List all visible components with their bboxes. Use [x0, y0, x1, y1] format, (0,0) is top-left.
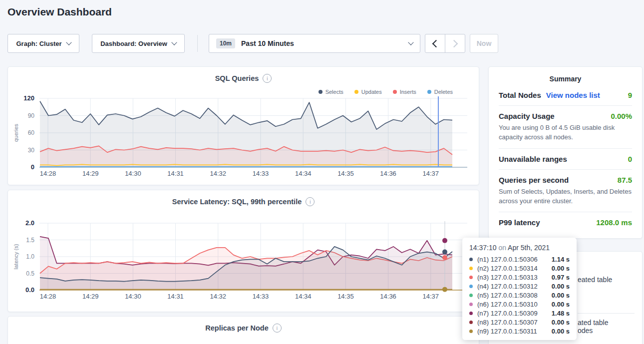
tooltip-node-row: (n4) 127.0.0.1:503120.00 s: [469, 282, 570, 291]
dashboard-dropdown-label: Dashboard: Overview: [100, 40, 167, 47]
svg-text:14:33: 14:33: [253, 170, 269, 177]
tooltip-node-value: 0.00 s: [552, 319, 570, 326]
event-text-fragment: odes: [578, 327, 593, 335]
sql-queries-chart-card: 14:2814:2914:3014:3114:3214:3314:3414:35…: [7, 66, 479, 185]
legend-dot: [393, 90, 397, 94]
tooltip-node-row: (n9) 127.0.0.1:503110.00 s: [469, 327, 570, 336]
tooltip-node-label: (n1) 127.0.0.1:50306: [477, 256, 552, 263]
legend-item-inserts[interactable]: Inserts: [393, 89, 416, 95]
info-icon[interactable]: [306, 197, 315, 206]
series-color-dot: [469, 258, 473, 261]
info-icon[interactable]: [263, 74, 272, 83]
legend-item-updates[interactable]: Updates: [354, 89, 382, 95]
time-range-label: Past 10 Minutes: [241, 39, 404, 47]
service-latency-chart-card: 14:2814:2914:3014:3114:3214:3314:3414:35…: [7, 190, 479, 312]
summary-description: Sum of Selects, Updates, Inserts, and De…: [499, 187, 632, 206]
svg-text:14:34: 14:34: [295, 293, 312, 300]
series-color-dot: [469, 285, 473, 288]
tooltip-node-value: 0.00 s: [552, 301, 570, 308]
svg-text:2.0: 2.0: [25, 219, 34, 227]
svg-text:14:28: 14:28: [40, 293, 56, 300]
service-latency-chart[interactable]: 14:2814:2914:3014:3114:3214:3314:3414:35…: [8, 190, 480, 312]
legend-item-selects[interactable]: Selects: [319, 89, 343, 95]
summary-description: You are using 0 B of 4.5 GiB usable disk…: [499, 123, 632, 142]
tooltip-date: Apr 5th, 2021: [508, 244, 550, 252]
svg-text:14:31: 14:31: [167, 293, 184, 300]
tooltip-node-value: 0.00 s: [552, 328, 570, 335]
time-prev-button[interactable]: [425, 34, 445, 52]
chevron-right-icon: [450, 39, 458, 47]
series-color-dot: [469, 267, 473, 270]
summary-label: Total Nodes: [499, 91, 541, 99]
chart-title-service-latency: Service Latency: SQL, 99th percentile: [172, 198, 302, 206]
legend-label: Selects: [325, 89, 343, 95]
tooltip-node-row: (n2) 127.0.0.1:503140.00 s: [469, 264, 570, 273]
svg-text:14:31: 14:31: [167, 170, 184, 177]
chart-hover-tooltip: 14:37:10 on Apr 5th, 2021 (n1) 127.0.0.1…: [462, 238, 577, 340]
summary-value: 0.00%: [611, 112, 632, 120]
event-text-fragment: eated table: [578, 276, 612, 284]
graph-dropdown[interactable]: Graph: Cluster: [7, 34, 79, 53]
controls-divider: [197, 35, 198, 52]
tooltip-node-label: (n9) 127.0.0.1:50311: [477, 328, 552, 335]
legend-item-deletes[interactable]: Deletes: [427, 89, 453, 95]
summary-label: Queries per second: [499, 176, 569, 184]
tooltip-node-value: 1.14 s: [552, 256, 570, 263]
time-pager: [425, 34, 465, 53]
chart-title-replicas-per-node: Replicas per Node: [205, 324, 269, 332]
svg-text:14:33: 14:33: [253, 293, 269, 300]
svg-text:queries: queries: [13, 123, 19, 142]
svg-text:14:35: 14:35: [337, 170, 354, 177]
sql-queries-chart[interactable]: 14:2814:2914:3014:3114:3214:3314:3414:35…: [8, 67, 480, 185]
svg-text:1.0: 1.0: [26, 253, 34, 260]
summary-row-queries-per-second: Queries per second 87.5 Sum of Selects, …: [499, 170, 632, 213]
tooltip-node-row: (n6) 127.0.0.1:503100.00 s: [469, 300, 570, 309]
tooltip-node-value: 0.00 s: [552, 283, 570, 290]
tooltip-node-label: (n3) 127.0.0.1:50313: [477, 274, 552, 281]
tooltip-node-row: (n3) 127.0.0.1:503130.97 s: [469, 273, 570, 282]
tooltip-node-label: (n5) 127.0.0.1:50308: [477, 292, 552, 299]
dashboard-dropdown[interactable]: Dashboard: Overview: [92, 34, 185, 53]
svg-text:0.0: 0.0: [25, 286, 34, 294]
svg-text:60: 60: [28, 129, 35, 136]
svg-text:120: 120: [23, 94, 34, 102]
time-next-button[interactable]: [445, 34, 465, 52]
svg-text:1.5: 1.5: [26, 237, 34, 244]
summary-title: Summary: [499, 75, 632, 83]
svg-text:14:32: 14:32: [210, 293, 227, 300]
time-range-dropdown[interactable]: 10m Past 10 Minutes: [209, 34, 420, 53]
series-color-dot: [469, 294, 473, 297]
legend-label: Deletes: [434, 89, 453, 95]
chevron-left-icon: [432, 39, 440, 47]
summary-row-total-nodes: Total Nodes View nodes list 9: [499, 85, 632, 106]
graph-dropdown-label: Graph: Cluster: [16, 40, 61, 47]
view-nodes-list-link[interactable]: View nodes list: [546, 91, 600, 99]
chevron-down-icon: [171, 39, 177, 45]
tooltip-node-value: 0.00 s: [552, 265, 570, 272]
tooltip-node-label: (n8) 127.0.0.1:50307: [477, 319, 552, 326]
summary-value: 1208.0 ms: [596, 218, 632, 227]
info-icon[interactable]: [273, 324, 282, 333]
time-range-badge: 10m: [216, 38, 235, 48]
summary-value: 9: [628, 91, 632, 99]
svg-text:30: 30: [28, 147, 35, 154]
sql-queries-legend: SelectsUpdatesInsertsDeletes: [319, 89, 453, 95]
summary-panel: Summary Total Nodes View nodes list 9 Ca…: [488, 66, 643, 239]
svg-text:0.5: 0.5: [26, 270, 34, 277]
tooltip-node-label: (n4) 127.0.0.1:50312: [477, 283, 552, 290]
svg-text:14:30: 14:30: [125, 170, 141, 177]
summary-row-p99-latency: P99 latency 1208.0 ms: [499, 212, 632, 233]
tooltip-node-label: (n6) 127.0.0.1:50310: [477, 301, 552, 308]
tooltip-node-row: (n7) 127.0.0.1:503091.48 s: [469, 309, 570, 318]
event-text-fragment: ated table: [578, 319, 609, 327]
summary-row-unavailable-ranges: Unavailable ranges 0: [499, 149, 632, 170]
chart-title-sql-queries: SQL Queries: [215, 74, 259, 82]
series-color-dot: [469, 276, 473, 279]
series-color-dot: [469, 303, 473, 306]
tooltip-time: 14:37:10: [469, 244, 497, 252]
legend-dot: [354, 90, 358, 94]
now-button[interactable]: Now: [470, 34, 498, 53]
legend-dot: [319, 90, 322, 94]
tooltip-date-connector: on: [498, 244, 506, 252]
series-color-dot: [469, 321, 473, 324]
